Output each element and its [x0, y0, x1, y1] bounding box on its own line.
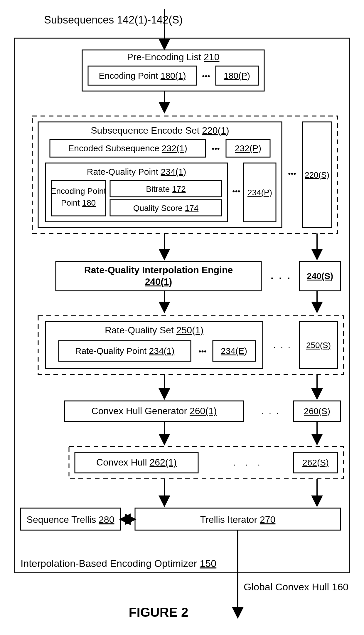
input-label: Subsequences 142(1)-142(S)	[44, 14, 183, 26]
ch-dots: . . .	[233, 458, 260, 467]
output-label: Global Convex Hull 160	[244, 581, 348, 592]
rq-set-250-s-label: 250(S)	[306, 341, 331, 350]
encoded-subseq-232-1-label: Encoded Subsequence 232(1)	[68, 143, 187, 153]
ch-262-1-label: Convex Hull 262(1)	[96, 457, 177, 468]
rq-pt-234-1-b-label: Rate-Quality Point 234(1)	[75, 346, 175, 356]
rq-234-p-label: 234(P)	[247, 188, 272, 197]
encoded-subseq-232-p-label: 232(P)	[235, 143, 261, 153]
ch-gen-260-1-label: Convex Hull Generator 260(1)	[92, 406, 217, 416]
rq-set-250-1-title: Rate-Quality Set 250(1)	[105, 325, 203, 335]
pre-list-dots: •••	[202, 72, 210, 80]
interp-engine-ref: 240(1)	[145, 276, 172, 287]
rq-set-right-dots: . . .	[273, 340, 290, 350]
enc-pt-180-label1: Encoding Point	[51, 187, 106, 196]
rq-234-dots: •••	[232, 187, 240, 196]
sub-enc-set-title: Subsequence Encode Set 220(1)	[91, 125, 229, 136]
sub-enc-right-dots: •••	[288, 169, 296, 178]
pre-encoding-list-title: Pre-Encoding List 210	[127, 52, 220, 62]
enc-pt-180-1-label: Encoding Point 180(1)	[99, 71, 186, 80]
trellis-iterator-label: Trellis Iterator 270	[200, 514, 276, 525]
ch-gen-260-s-label: 260(S)	[304, 406, 330, 416]
qscore-174-label: Quality Score 174	[133, 204, 199, 213]
rq-pt-234-e-label: 234(E)	[221, 346, 247, 356]
outer-optimizer-box	[15, 38, 349, 573]
sequence-trellis-label: Sequence Trellis 280	[27, 514, 114, 525]
interp-engine-title: Rate-Quality Interpolation Engine	[84, 265, 233, 275]
interp-dots: . . .	[271, 270, 290, 281]
enc-pt-180-label2: Point 180	[61, 198, 96, 207]
figure-caption: FIGURE 2	[129, 605, 188, 619]
encoded-subseq-dots: •••	[212, 144, 220, 153]
bitrate-172-label: Bitrate 172	[146, 184, 186, 194]
interp-engine-240-s-label: 240(S)	[307, 271, 333, 281]
rq-set-inner-dots: •••	[198, 347, 206, 356]
rq-point-234-1-title: Rate-Quality Point 234(1)	[87, 167, 186, 177]
ch-gen-dots: . . .	[262, 406, 279, 416]
outer-label: Interpolation-Based Encoding Optimizer 1…	[21, 558, 216, 569]
ch-262-s-label: 262(S)	[302, 458, 329, 467]
sub-enc-220-s-label: 220(S)	[305, 170, 329, 179]
enc-pt-180-p-label: 180(P)	[224, 71, 250, 80]
